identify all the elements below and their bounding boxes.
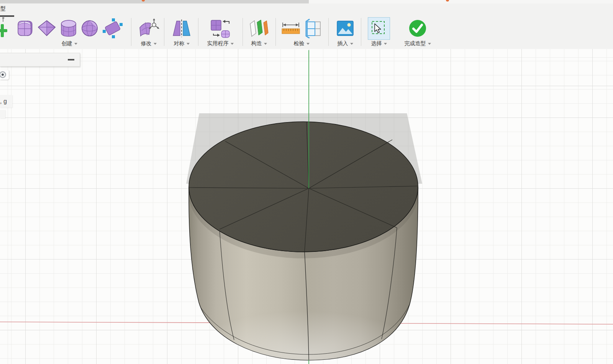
radio-chip[interactable] — [0, 70, 9, 80]
chevron-down-icon — [350, 43, 353, 45]
insert-menu-button[interactable]: 插入 — [338, 40, 353, 47]
symmetry-menu-button[interactable]: 对称 — [174, 40, 190, 47]
plane-icon[interactable] — [38, 20, 56, 37]
collapse-minus-icon[interactable] — [68, 59, 74, 60]
toolbar: 型 — [0, 0, 613, 49]
scene-3d — [0, 49, 613, 364]
construct-icon[interactable] — [249, 19, 269, 38]
toolbar-separator — [275, 18, 276, 46]
cylinder-icon[interactable] — [60, 19, 77, 38]
insert-image-icon[interactable] — [336, 20, 354, 37]
chevron-down-icon — [306, 43, 310, 45]
chevron-down-icon — [231, 43, 234, 45]
finish-form-icon[interactable] — [408, 19, 427, 38]
palette-header[interactable] — [0, 53, 80, 67]
new-form-partial-icon[interactable] — [0, 17, 8, 41]
toolbar-separator — [164, 18, 164, 46]
cropped-chip — [0, 110, 5, 118]
toolbar-group-inspect: 检验 — [278, 17, 325, 47]
toolbar-separator — [131, 18, 131, 46]
title-strip — [0, 0, 613, 3]
toolbar-separator — [243, 18, 243, 46]
chevron-down-icon — [428, 43, 431, 45]
toolbar-group-construct: 构造 — [247, 17, 271, 47]
finish-form-button[interactable]: 完成造型 — [405, 40, 431, 47]
construct-menu-button[interactable]: 构造 — [251, 40, 267, 47]
title-strip-active-segment — [0, 0, 309, 3]
sphere-icon[interactable] — [81, 20, 98, 37]
units-readout: , g — [0, 95, 12, 108]
chevron-down-icon — [154, 43, 157, 45]
utilities-icon[interactable] — [210, 18, 231, 38]
measure-icon[interactable] — [281, 22, 300, 35]
toolbar-separator — [361, 18, 361, 46]
chevron-down-icon — [264, 43, 267, 45]
tab-form[interactable]: 型 — [0, 5, 6, 12]
symmetry-icon[interactable] — [172, 19, 192, 38]
toolbar-group-utilities: 实用程序 — [202, 17, 238, 47]
box-icon[interactable] — [15, 19, 34, 38]
document-dot-icon — [446, 0, 449, 2]
radio-icon — [0, 71, 6, 78]
section-icon[interactable] — [304, 18, 322, 38]
utilities-menu-button[interactable]: 实用程序 — [207, 40, 234, 47]
toolbar-group-create: 创建 — [8, 17, 130, 47]
select-menu-button[interactable]: 选择 — [371, 40, 387, 47]
mouse-cursor-icon — [373, 23, 383, 36]
toolbar-group-symmetry: 对称 — [167, 17, 196, 47]
chevron-down-icon — [384, 43, 387, 45]
edit-form-icon[interactable] — [102, 18, 123, 39]
viewport[interactable] — [0, 49, 613, 364]
toolbar-separator — [328, 18, 329, 46]
modify-icon[interactable] — [138, 18, 159, 38]
chevron-down-icon — [187, 43, 190, 45]
toolbar-group-finish: 完成造型 — [399, 17, 436, 47]
toolbar-group-insert: 插入 — [333, 17, 358, 47]
chevron-down-icon — [74, 43, 77, 45]
toolbar-separator — [198, 18, 198, 46]
inspect-menu-button[interactable]: 检验 — [294, 40, 310, 47]
tab-active-underline — [0, 15, 14, 17]
toolbar-group-modify: 修改 — [134, 17, 163, 47]
create-menu-button[interactable]: 创建 — [62, 40, 77, 47]
modify-menu-button[interactable]: 修改 — [141, 40, 157, 47]
